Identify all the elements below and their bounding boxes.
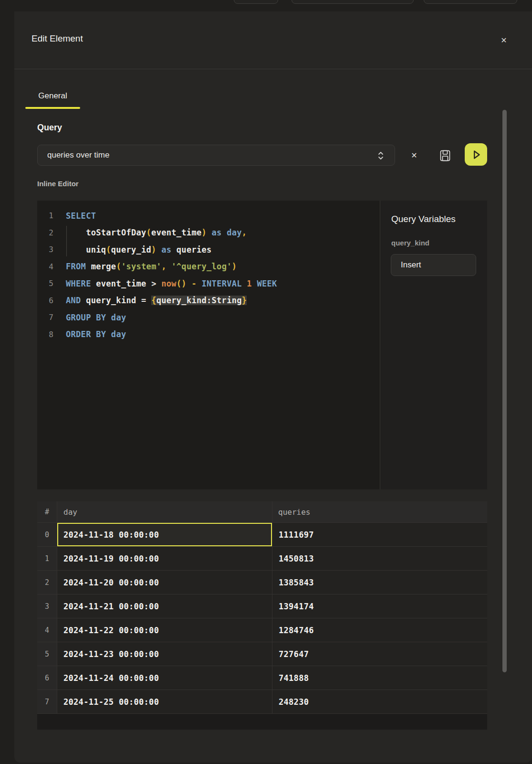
table-cell-queries[interactable]: 1385843 <box>272 571 487 594</box>
row-index[interactable]: 0 <box>37 523 57 547</box>
table-cell-queries[interactable]: 1394174 <box>272 594 487 618</box>
code-token <box>106 329 111 339</box>
code-token <box>91 313 96 322</box>
table-cell-queries[interactable]: 248230 <box>272 690 487 714</box>
row-index[interactable]: 2 <box>37 571 57 594</box>
code-token <box>66 245 86 255</box>
row-index[interactable]: 3 <box>37 594 57 618</box>
line-number: 3 <box>37 245 53 254</box>
code-token <box>252 279 257 288</box>
table-cell-day[interactable]: 2024-11-25 00:00:00 <box>57 690 272 714</box>
inline-editor-label: Inline Editor <box>37 180 79 188</box>
code-token: merge <box>91 262 116 271</box>
code-token <box>207 228 212 237</box>
code-text: uniq(query_id) as queries <box>66 245 212 255</box>
code-token <box>91 329 96 339</box>
code-text: SELECT <box>66 211 96 221</box>
table-cell-day[interactable]: 2024-11-22 00:00:00 <box>57 618 272 642</box>
code-token: day <box>111 329 126 339</box>
row-index[interactable]: 1 <box>37 547 57 571</box>
code-token <box>167 262 172 271</box>
background-button[interactable] <box>292 0 414 4</box>
header-divider <box>14 69 532 69</box>
table-cell-queries[interactable]: 727647 <box>272 642 487 666</box>
code-token: query_id <box>111 245 151 255</box>
table-cell-queries[interactable]: 1450813 <box>272 547 487 571</box>
row-index[interactable]: 4 <box>37 618 57 642</box>
table-footer <box>37 714 487 730</box>
code-token <box>187 279 192 288</box>
insert-variable-button[interactable]: Insert <box>391 254 476 276</box>
column-header-day: day <box>57 501 272 523</box>
table-grid: #dayqueries02024-11-18 00:00:00111169712… <box>37 501 487 714</box>
code-token <box>156 245 162 255</box>
run-query-button[interactable] <box>465 143 487 166</box>
table-cell-queries[interactable]: 1111697 <box>272 523 487 547</box>
code-token: - <box>191 279 197 288</box>
code-line: 7GROUP BY day <box>37 309 380 326</box>
code-token <box>81 296 86 305</box>
query-variables-panel: Query Variables query_kind Insert <box>380 201 487 489</box>
active-tab-indicator <box>25 107 80 109</box>
code-token: toStartOfDay <box>86 228 146 237</box>
close-button[interactable]: ✕ <box>496 32 511 48</box>
row-index[interactable]: 5 <box>37 642 57 666</box>
code-token: , <box>242 228 247 237</box>
clear-query-button[interactable]: ✕ <box>407 148 422 163</box>
code-text: WHERE event_time > now() - INTERVAL 1 WE… <box>66 279 277 288</box>
selected-cell[interactable]: 2024-11-18 00:00:00 <box>57 523 272 547</box>
code-token <box>197 279 202 288</box>
code-token: () <box>177 279 187 288</box>
code-token: GROUP <box>66 313 91 322</box>
code-token: query_kind <box>86 296 136 305</box>
modal-scrollbar-thumb[interactable] <box>502 110 507 672</box>
code-token: ORDER <box>66 329 91 339</box>
code-token: INTERVAL <box>202 279 242 288</box>
code-token: day <box>227 228 242 237</box>
table-cell-day[interactable]: 2024-11-21 00:00:00 <box>57 594 272 618</box>
table-cell-day[interactable]: 2024-11-20 00:00:00 <box>57 571 272 594</box>
line-number: 2 <box>37 228 53 237</box>
code-token: 'system' <box>121 262 161 271</box>
screen: Edit Element ✕ General Query queries ove… <box>0 0 532 764</box>
edit-element-modal: Edit Element ✕ General Query queries ove… <box>14 11 532 763</box>
table-cell-day[interactable]: 2024-11-24 00:00:00 <box>57 666 272 690</box>
query-variable-name: query_kind <box>391 239 429 247</box>
background-button[interactable] <box>234 0 278 4</box>
clear-icon: ✕ <box>411 151 417 160</box>
code-token: WHERE <box>66 279 91 288</box>
code-token: as <box>212 228 222 237</box>
code-text: FROM merge('system', '^query_log') <box>66 262 237 271</box>
tab-general[interactable]: General <box>25 83 80 109</box>
table-cell-queries[interactable]: 741888 <box>272 666 487 690</box>
code-token: ) <box>232 262 237 271</box>
table-cell-queries[interactable]: 1284746 <box>272 618 487 642</box>
code-token: = <box>136 296 152 305</box>
code-token: ( <box>106 245 111 255</box>
code-token <box>242 279 247 288</box>
background-button[interactable] <box>424 0 517 4</box>
table-cell-day[interactable]: 2024-11-19 00:00:00 <box>57 547 272 571</box>
modal-title: Edit Element <box>31 33 83 44</box>
table-cell-day[interactable]: 2024-11-23 00:00:00 <box>57 642 272 666</box>
row-index[interactable]: 6 <box>37 666 57 690</box>
code-token: , <box>161 262 167 271</box>
save-icon <box>440 150 450 161</box>
code-token: ) <box>201 228 207 237</box>
query-select[interactable]: queries over time <box>37 145 395 166</box>
code-token: SELECT <box>66 211 96 221</box>
query-select-value: queries over time <box>47 150 109 160</box>
row-index[interactable]: 7 <box>37 690 57 714</box>
code-line: 8ORDER BY day <box>37 326 380 343</box>
close-icon: ✕ <box>501 36 507 45</box>
code-token: query_kind:String <box>156 296 242 305</box>
code-token: uniq <box>86 245 106 255</box>
code-token: AND <box>66 296 81 305</box>
play-icon <box>470 149 482 161</box>
code-editor-area[interactable]: 1SELECT2 toStartOfDay(event_time) as day… <box>37 201 380 489</box>
query-variables-heading: Query Variables <box>391 214 456 224</box>
line-number: 1 <box>37 211 53 220</box>
line-number: 8 <box>37 330 53 339</box>
save-query-button[interactable] <box>437 147 454 164</box>
code-text: ORDER BY day <box>66 329 126 339</box>
